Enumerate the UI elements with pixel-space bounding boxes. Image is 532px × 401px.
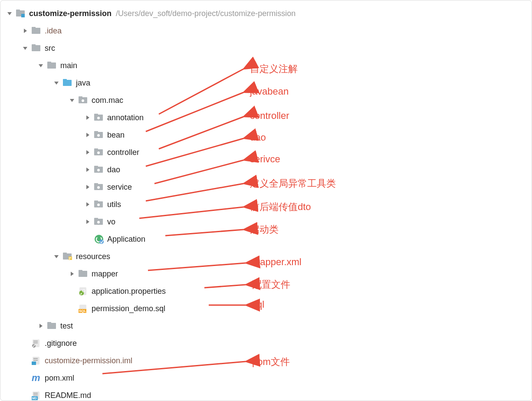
chevron-right-icon[interactable] [21,27,29,35]
project-path: /Users/dev_soft/demo-project/customize-p… [116,9,296,18]
tree-label: application.properties [92,287,166,296]
tree-label: java [76,79,90,88]
tree-label: .gitignore [45,339,77,348]
chevron-right-icon[interactable] [84,131,92,139]
tree-row-controller[interactable]: controller [6,144,526,161]
tree-label: controller [107,148,139,157]
tree-row-appprops[interactable]: application.properties [6,283,526,300]
package-icon [94,130,104,140]
project-tree: customize-permission /Users/dev_soft/dem… [6,5,526,401]
module-folder-icon [16,9,26,18]
tree-label: permission_demo.sql [92,304,165,313]
tree-label: Application [107,235,145,244]
tree-label: annotation [107,113,144,122]
chevron-right-icon[interactable] [84,148,92,156]
tree-row-dao[interactable]: dao [6,161,526,178]
project-name: customize-permission [29,9,112,18]
tree-row-mapper[interactable]: mapper [6,265,526,283]
tree-row-commac[interactable]: com.mac [6,92,526,109]
chevron-down-icon[interactable] [68,96,76,104]
package-icon [94,217,104,227]
tree-label: src [45,44,55,53]
source-folder-icon [63,78,72,88]
tree-row-pom[interactable]: pom.xml [6,369,526,387]
chevron-right-icon[interactable] [37,322,45,330]
tree-row-application[interactable]: Application [6,230,526,248]
markdown-file-icon [32,391,41,400]
chevron-down-icon[interactable] [53,79,60,87]
tree-label: resources [76,252,110,261]
tree-row-test[interactable]: test [6,317,526,335]
folder-icon [47,61,57,70]
tree-label: mapper [92,270,118,279]
tree-label: vo [107,217,115,227]
chevron-right-icon[interactable] [84,166,92,174]
chevron-down-icon[interactable] [37,62,45,69]
class-icon [94,234,104,244]
chevron-right-icon[interactable] [84,183,92,191]
tree-label: customize-permission.iml [45,356,132,365]
sql-file-icon [79,304,88,313]
package-icon [94,113,104,122]
tree-row-sql[interactable]: permission_demo.sql [6,300,526,317]
package-icon [94,200,104,209]
chevron-right-icon[interactable] [84,218,92,226]
chevron-down-icon[interactable] [21,44,29,52]
chevron-right-icon[interactable] [84,114,92,122]
tree-row-utils[interactable]: utils [6,196,526,213]
tree-label: main [60,61,77,70]
tree-label: README.md [45,391,91,400]
tree-row-vo[interactable]: vo [6,213,526,230]
tree-label: .idea [45,26,62,36]
tree-row-service[interactable]: service [6,178,526,196]
tree-row-annotation[interactable]: annotation [6,109,526,126]
tree-label: bean [107,131,125,140]
tree-row-idea[interactable]: .idea [6,22,526,39]
tree-row-root[interactable]: customize-permission /Users/dev_soft/dem… [6,5,526,22]
folder-icon [79,269,88,279]
tree-row-readme[interactable]: README.md [6,387,526,401]
chevron-down-icon[interactable] [53,253,60,260]
tree-row-main[interactable]: main [6,57,526,74]
tree-row-resources[interactable]: resources [6,248,526,265]
tree-row-src[interactable]: src [6,39,526,57]
tree-label: pom.xml [45,374,74,383]
tree-label: service [107,183,132,192]
properties-file-icon [79,286,88,296]
tree-label: com.mac [92,96,123,105]
tree-row-bean[interactable]: bean [6,126,526,144]
tree-row-iml[interactable]: customize-permission.iml [6,352,526,369]
iml-file-icon [32,356,41,365]
package-icon [94,165,104,174]
tree-row-java[interactable]: java [6,74,526,92]
package-icon [79,95,88,105]
maven-file-icon [32,373,41,383]
chevron-right-icon[interactable] [84,200,92,208]
gitignore-file-icon [32,339,41,348]
resources-folder-icon [63,252,72,261]
folder-icon [47,321,57,331]
folder-icon [32,43,41,53]
package-icon [94,182,104,192]
folder-icon [32,26,41,36]
tree-label: test [60,322,73,331]
tree-row-gitignore[interactable]: .gitignore [6,335,526,352]
tree-label: dao [107,165,120,174]
package-icon [94,148,104,157]
chevron-down-icon[interactable] [6,10,13,17]
tree-label: utils [107,200,121,209]
chevron-right-icon[interactable] [68,270,76,278]
